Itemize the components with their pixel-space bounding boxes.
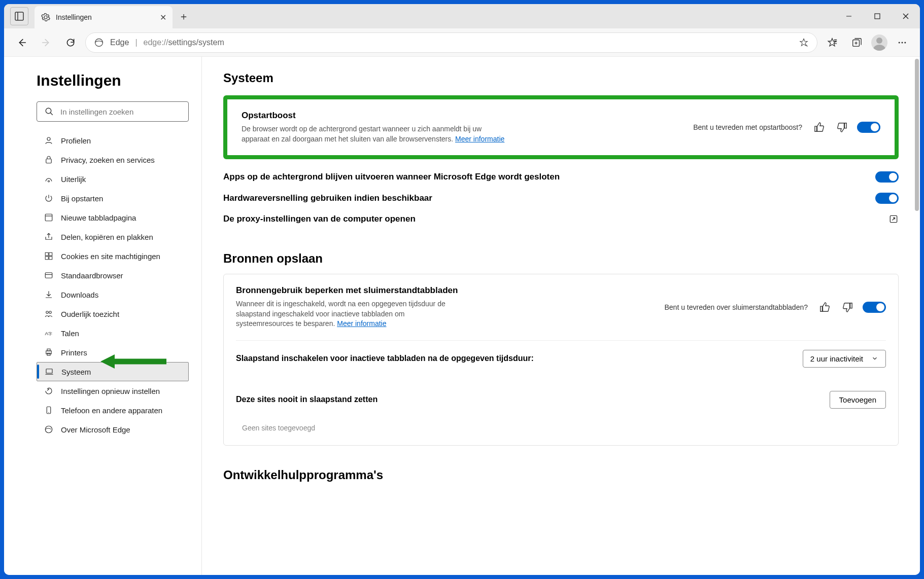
edge-icon	[44, 424, 54, 435]
svg-point-8	[95, 39, 103, 46]
menu-button[interactable]	[893, 33, 912, 52]
sidebar-item-family[interactable]: Ouderlijk toezicht	[37, 304, 189, 323]
sidebar-item-cookies[interactable]: Cookies en site machtigingen	[37, 246, 189, 266]
appearance-icon	[44, 174, 54, 184]
sidebar-item-share[interactable]: Delen, kopiëren en plakken	[37, 227, 189, 246]
window-minimize-button[interactable]	[835, 4, 863, 28]
sleep-tabs-title: Bronnengebruik beperken met sluimerstand…	[236, 285, 656, 296]
thumbs-up-icon[interactable]	[812, 120, 827, 134]
sidebar-item-reset[interactable]: Instellingen opnieuw instellen	[37, 381, 189, 401]
svg-rect-0	[15, 12, 23, 20]
svg-line-20	[50, 113, 53, 115]
bg-apps-toggle[interactable]	[875, 171, 899, 183]
sidebar-item-languages[interactable]: A字Talen	[37, 323, 189, 343]
proxy-row[interactable]: De proxy-instellingen van de computer op…	[223, 209, 899, 229]
svg-rect-22	[46, 159, 52, 163]
sleep-tabs-card: Bronnengebruik beperken met sluimerstand…	[223, 274, 899, 446]
svg-rect-36	[46, 351, 52, 354]
svg-point-19	[46, 108, 51, 114]
collections-button[interactable]	[847, 33, 866, 52]
sidebar-item-profielen[interactable]: Profielen	[37, 131, 189, 150]
tab-actions-button[interactable]	[4, 4, 35, 28]
sidebar-item-label: Cookies en site machtigingen	[61, 252, 160, 261]
sidebar-item-phone[interactable]: Telefoon en andere apparaten	[37, 401, 189, 420]
browser-icon	[44, 270, 54, 280]
scrollbar[interactable]	[915, 59, 919, 211]
new-tab-button[interactable]: ＋	[173, 4, 195, 28]
settings-search-box[interactable]	[37, 101, 189, 122]
sidebar-item-label: Downloads	[61, 291, 98, 299]
svg-rect-3	[875, 14, 880, 19]
svg-text:字: 字	[48, 332, 52, 336]
sidebar-item-privacy[interactable]: Privacy, zoeken en services	[37, 150, 189, 169]
sidebar-item-printers[interactable]: Printers	[37, 343, 189, 362]
sidebar-item-about[interactable]: Over Microsoft Edge	[37, 420, 189, 439]
laptop-icon	[44, 367, 54, 377]
svg-rect-30	[45, 273, 52, 278]
sidebar-item-system[interactable]: Systeem	[37, 362, 189, 381]
sidebar-item-label: Printers	[61, 348, 87, 357]
navbar: Edge | edge://settings/system	[4, 28, 920, 57]
learn-more-link[interactable]: Meer informatie	[455, 135, 504, 143]
sidebar-item-label: Talen	[61, 329, 79, 338]
browser-tab[interactable]: Instellingen ✕	[35, 6, 173, 28]
startup-boost-toggle[interactable]	[857, 122, 880, 133]
sidebar-item-newtab[interactable]: Nieuwe tabbladpagina	[37, 208, 189, 227]
refresh-button[interactable]	[61, 33, 80, 52]
settings-search-input[interactable]	[60, 107, 181, 116]
sidebar-item-label: Telefoon en andere apparaten	[61, 406, 162, 415]
settings-sidebar: Instellingen Profielen Privacy, zoeken e…	[4, 57, 202, 575]
sleep-tabs-toggle[interactable]	[863, 302, 886, 313]
tab-title: Instellingen	[56, 13, 155, 21]
address-bar[interactable]: Edge | edge://settings/system	[85, 32, 817, 53]
close-tab-icon[interactable]: ✕	[160, 13, 166, 22]
favorites-button[interactable]	[823, 33, 842, 52]
power-icon	[44, 193, 54, 203]
search-icon	[44, 106, 54, 117]
family-icon	[44, 309, 54, 319]
sidebar-item-default-browser[interactable]: Standaardbrowser	[37, 266, 189, 285]
svg-rect-38	[47, 353, 50, 356]
window-close-button[interactable]	[892, 4, 920, 28]
settings-main: Systeem Opstartboost De browser wordt op…	[202, 57, 920, 575]
add-site-button[interactable]: Toevoegen	[830, 391, 886, 409]
lock-icon	[44, 155, 54, 165]
svg-rect-37	[47, 349, 50, 351]
thumbs-down-icon[interactable]	[835, 120, 849, 134]
share-icon	[44, 232, 54, 242]
sleep-timeout-dropdown[interactable]: 2 uur inactiviteit	[803, 350, 886, 368]
sidebar-item-label: Delen, kopiëren en plakken	[61, 233, 153, 241]
sidebar-item-label: Systeem	[61, 368, 91, 376]
cookie-icon	[44, 251, 54, 261]
learn-more-link[interactable]: Meer informatie	[337, 319, 386, 328]
sidebar-item-opstarten[interactable]: Bij opstarten	[37, 189, 189, 208]
hw-accel-toggle[interactable]	[875, 193, 899, 204]
svg-rect-24	[45, 214, 52, 221]
sidebar-item-downloads[interactable]: Downloads	[37, 285, 189, 304]
printer-icon	[44, 347, 54, 357]
no-sites-text: Geen sites toegevoegd	[236, 416, 886, 434]
forward-button[interactable]	[37, 33, 56, 52]
favorite-star-icon[interactable]	[799, 38, 809, 48]
phone-icon	[44, 405, 54, 415]
back-button[interactable]	[12, 33, 31, 52]
window-maximize-button[interactable]	[863, 4, 892, 28]
svg-point-21	[47, 137, 50, 140]
svg-rect-27	[49, 252, 52, 256]
gear-icon	[41, 12, 51, 22]
external-link-icon	[888, 214, 899, 224]
reset-icon	[44, 386, 54, 396]
bg-apps-row: Apps op de achtergrond blijven uitvoeren…	[223, 166, 899, 188]
language-icon: A字	[44, 328, 54, 338]
thumbs-down-icon[interactable]	[840, 300, 854, 314]
thumbs-up-icon[interactable]	[818, 300, 832, 314]
profile-avatar[interactable]	[871, 34, 887, 51]
svg-point-43	[45, 426, 52, 433]
sidebar-item-uiterlijk[interactable]: Uiterlijk	[37, 169, 189, 189]
svg-point-23	[48, 180, 50, 182]
system-heading: Systeem	[223, 71, 899, 85]
sleep-tabs-desc: Wanneer dit is ingeschakeld, wordt na ee…	[236, 299, 449, 329]
sleep-timeout-label: Slaapstand inschakelen voor inactieve ta…	[236, 354, 796, 363]
resources-heading: Bronnen opslaan	[223, 251, 899, 266]
chevron-down-icon	[871, 355, 878, 362]
